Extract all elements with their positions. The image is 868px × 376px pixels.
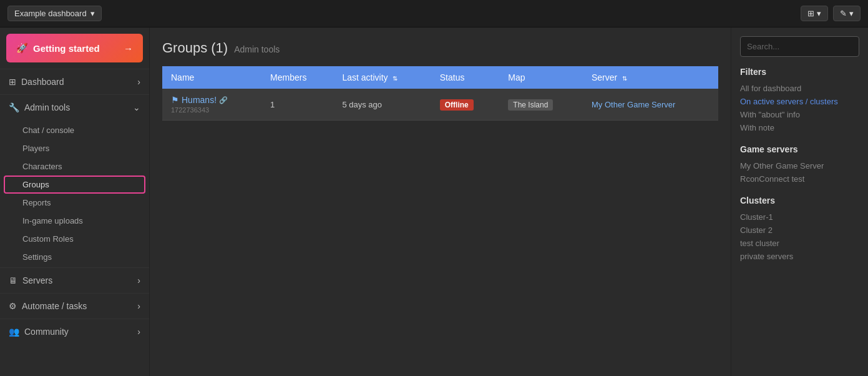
server-icon: 🖥 <box>9 275 17 285</box>
filter-my-other-game-server[interactable]: My Other Game Server <box>740 159 859 172</box>
grid-view-button[interactable]: ⊞ ▾ <box>801 6 828 21</box>
filters-title: Filters <box>740 67 859 77</box>
sidebar-item-in-game-uploads[interactable]: In-game uploads <box>0 212 149 230</box>
sidebar-section-admin-tools: 🔧 Admin tools ⌄ Chat / console Players C… <box>0 94 149 267</box>
pencil-button[interactable]: ✎ ▾ <box>833 6 861 21</box>
sidebar-item-community[interactable]: 👥 Community › <box>0 319 149 344</box>
main-content: Groups (1) Admin tools Name Members Last… <box>150 27 731 376</box>
dashboard-label: Example dashboard <box>14 9 87 18</box>
dashboard-label: Dashboard <box>21 77 64 87</box>
group-name: Humans! <box>182 95 217 105</box>
groups-table: Name Members Last activity ⇅ Status Map … <box>162 66 718 121</box>
filter-about-info[interactable]: With "about" info <box>740 108 859 121</box>
automate-label: Automate / tasks <box>22 301 87 311</box>
page-title-row: Groups (1) Admin tools <box>162 40 718 56</box>
sidebar-item-reports[interactable]: Reports <box>0 194 149 212</box>
status-badge: Offline <box>440 99 474 111</box>
chevron-right-icon: › <box>137 275 140 285</box>
col-name: Name <box>162 66 261 89</box>
sidebar-section-dashboard: ⊞ Dashboard › <box>0 69 149 94</box>
right-panel: Filters All for dashboard On active serv… <box>731 27 868 376</box>
cell-server: My Other Game Server <box>583 89 718 121</box>
topbar: Example dashboard ▾ ⊞ ▾ ✎ ▾ <box>0 0 868 27</box>
chevron-right-icon: › <box>137 77 140 87</box>
table-header: Name Members Last activity ⇅ Status Map … <box>162 66 718 89</box>
filter-private-servers[interactable]: private servers <box>740 250 859 263</box>
cell-name: ⚑ Humans! 🔗 1722736343 <box>162 89 261 121</box>
sidebar-section-automate: ⚙ Automate / tasks › <box>0 293 149 319</box>
topbar-left: Example dashboard ▾ <box>7 6 102 21</box>
main-layout: 🚀 Getting started → ⊞ Dashboard › 🔧 Admi… <box>0 27 868 376</box>
map-badge: The Island <box>508 99 553 111</box>
sort-icon-last-activity: ⇅ <box>393 75 397 82</box>
sidebar-item-dashboard[interactable]: ⊞ Dashboard › <box>0 69 149 94</box>
grid-dropdown-icon: ▾ <box>817 9 821 18</box>
search-input[interactable] <box>740 36 859 57</box>
sort-icon-server: ⇅ <box>622 75 627 82</box>
topbar-right: ⊞ ▾ ✎ ▾ <box>801 6 861 21</box>
chevron-down-icon: ⌄ <box>133 102 140 112</box>
sidebar-item-groups[interactable]: Groups <box>4 176 145 194</box>
table-row: ⚑ Humans! 🔗 1722736343 1 5 days ago Offl… <box>162 89 718 121</box>
dashboard-dropdown-button[interactable]: Example dashboard ▾ <box>7 6 102 21</box>
clusters-title: Clusters <box>740 195 859 205</box>
table-header-row: Name Members Last activity ⇅ Status Map … <box>162 66 718 89</box>
cell-status: Offline <box>431 89 500 121</box>
admin-tools-sub-items: Chat / console Players Characters Groups… <box>0 120 149 267</box>
col-server[interactable]: Server ⇅ <box>583 66 718 89</box>
community-icon: 👥 <box>9 327 19 337</box>
grid-icon: ⊞ <box>9 77 16 87</box>
cell-map: The Island <box>499 89 583 121</box>
dropdown-icon: ▾ <box>90 9 95 18</box>
chevron-right-icon: › <box>137 327 140 337</box>
filter-rconconnect-test[interactable]: RconConnect test <box>740 172 859 186</box>
sidebar-item-custom-roles[interactable]: Custom Roles <box>0 230 149 248</box>
filter-with-note[interactable]: With note <box>740 121 859 134</box>
sidebar-section-servers: 🖥 Servers › <box>0 267 149 293</box>
col-last-activity[interactable]: Last activity ⇅ <box>333 66 431 89</box>
link-icon: 🔗 <box>219 96 228 104</box>
table-body: ⚑ Humans! 🔗 1722736343 1 5 days ago Offl… <box>162 89 718 121</box>
cell-last-activity: 5 days ago <box>333 89 431 121</box>
sidebar: 🚀 Getting started → ⊞ Dashboard › 🔧 Admi… <box>0 27 150 376</box>
filter-cluster-2[interactable]: Cluster 2 <box>740 224 859 237</box>
grid-icon: ⊞ <box>807 9 814 18</box>
col-members: Members <box>261 66 333 89</box>
sidebar-item-admin-tools[interactable]: 🔧 Admin tools ⌄ <box>0 95 149 120</box>
sidebar-item-chat-console[interactable]: Chat / console <box>0 121 149 139</box>
rocket-icon: 🚀 <box>16 42 28 54</box>
group-id: 1722736343 <box>171 106 253 114</box>
pencil-dropdown-icon: ▾ <box>849 9 854 18</box>
flag-icon: ⚑ <box>171 95 179 105</box>
group-name-link[interactable]: ⚑ Humans! 🔗 <box>171 95 253 105</box>
sidebar-section-community: 👥 Community › <box>0 319 149 344</box>
sidebar-item-characters[interactable]: Characters <box>0 157 149 176</box>
getting-started-button[interactable]: 🚀 Getting started → <box>6 34 143 62</box>
chevron-right-icon: › <box>137 301 140 311</box>
sidebar-item-servers[interactable]: 🖥 Servers › <box>0 268 149 293</box>
page-subtitle: Admin tools <box>234 44 280 54</box>
arrow-icon: → <box>124 43 133 54</box>
filter-all-dashboard[interactable]: All for dashboard <box>740 82 859 95</box>
page-title: Groups (1) <box>162 40 228 56</box>
getting-started-label: Getting started <box>33 43 100 54</box>
filter-active-servers[interactable]: On active servers / clusters <box>740 95 859 108</box>
filter-test-cluster[interactable]: test cluster <box>740 237 859 250</box>
server-link[interactable]: My Other Game Server <box>592 100 675 109</box>
col-map: Map <box>499 66 583 89</box>
wrench-icon: 🔧 <box>9 102 19 112</box>
cell-members: 1 <box>261 89 333 121</box>
filter-cluster-1[interactable]: Cluster-1 <box>740 210 859 224</box>
servers-label: Servers <box>22 275 52 285</box>
game-servers-title: Game servers <box>740 144 859 154</box>
sidebar-item-players[interactable]: Players <box>0 139 149 157</box>
admin-tools-label: Admin tools <box>24 102 70 112</box>
community-label: Community <box>24 327 69 337</box>
pencil-icon: ✎ <box>840 9 847 18</box>
sidebar-item-automate-tasks[interactable]: ⚙ Automate / tasks › <box>0 294 149 319</box>
col-status: Status <box>431 66 500 89</box>
automate-icon: ⚙ <box>9 301 17 311</box>
sidebar-item-settings[interactable]: Settings <box>0 248 149 266</box>
